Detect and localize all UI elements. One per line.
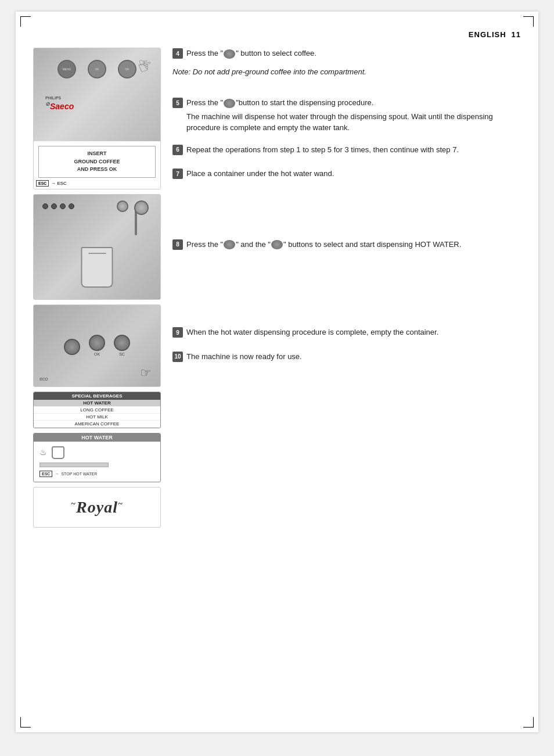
- step-10-line: 10 The machine is now ready for use.: [172, 351, 521, 363]
- water-level-indicator: [39, 463, 109, 467]
- royal-logo: ~Royal~: [71, 498, 123, 517]
- stop-hot-water-label: STOP HOT WATER: [61, 472, 97, 476]
- dial-row: [42, 203, 74, 209]
- machine-top-image: MENU OK OK: [34, 48, 160, 141]
- hot-water-header: HOT WATER: [34, 433, 160, 442]
- esc-label: ESC: [57, 181, 66, 186]
- esc-arrow-icon: →: [51, 181, 55, 186]
- ok-button-icon: [224, 49, 235, 59]
- ok-button-top[interactable]: OK: [88, 60, 106, 78]
- menu-item-long-coffee[interactable]: LONG COFFEE: [34, 407, 160, 414]
- step-8-num: 8: [172, 239, 183, 250]
- step-10-block: 10 The machine is now ready for use.: [172, 351, 521, 365]
- steam-icon: ♨: [39, 446, 154, 459]
- dial-4: [69, 203, 74, 209]
- right-btn-group: SC: [114, 335, 130, 356]
- saeco-brand: ⊘Saeco: [45, 101, 74, 111]
- cup-icon: [52, 446, 64, 459]
- hot-water-display-panel: HOT WATER ♨ ESC → STOP HOT WATER: [33, 433, 161, 482]
- machine-btn-group: OK SC: [64, 335, 130, 356]
- btn-right-label: SC: [119, 352, 125, 356]
- step-6-num: 6: [172, 145, 183, 155]
- esc-row: ESC → ESC: [36, 180, 158, 187]
- mid-btn-group: OK: [89, 335, 105, 356]
- page-header: ENGLISH 11: [33, 29, 521, 42]
- ok-button-icon-8b: [271, 240, 283, 249]
- select-button[interactable]: OK: [118, 60, 136, 78]
- step-6-line: 6 Repeat the operations from step 1 to s…: [172, 144, 521, 156]
- menu-item-hot-water[interactable]: HOT WATER: [34, 400, 160, 407]
- step-6-block: 6 Repeat the operations from step 1 to s…: [172, 144, 521, 158]
- step-4-text: Press the "" button to select coffee.: [186, 48, 316, 59]
- step-8-block: 8 Press the "" and the "" buttons to sel…: [172, 239, 521, 253]
- insert-line3: AND PRESS OK: [45, 166, 149, 174]
- round-btn-mid[interactable]: [89, 335, 105, 351]
- philips-brand: PHILIPS: [45, 96, 61, 100]
- round-btn-left[interactable]: [64, 339, 80, 355]
- jug-rim: [88, 253, 106, 254]
- step-7-text: Place a container under the hot water wa…: [186, 168, 334, 180]
- menu-item-hot-milk[interactable]: HOT MILK: [34, 414, 160, 421]
- page: ENGLISH 11 MENU: [16, 12, 538, 732]
- machine-right-inner: OK SC ☞ eco: [34, 305, 160, 386]
- corner-mark-bl: [20, 717, 31, 728]
- step-9-num: 9: [172, 327, 183, 338]
- page-number: 11: [512, 30, 521, 39]
- step-4-block: 4 Press the "" button to select coffee. …: [172, 48, 521, 87]
- round-btn-right[interactable]: [114, 335, 130, 351]
- insert-text-box: INSERT GROUND COFFEE AND PRESS OK: [38, 146, 156, 178]
- step-7-num: 7: [172, 169, 183, 179]
- dial-2: [51, 203, 57, 209]
- step-5-text: Press the ""button to start the dispensi…: [186, 97, 373, 109]
- insert-line1: INSERT: [45, 150, 149, 158]
- ok-label: OK: [95, 67, 99, 71]
- dial-3: [60, 203, 66, 209]
- corner-mark-tl: [20, 16, 31, 27]
- step-4-num: 4: [172, 48, 183, 59]
- machine-top-inner: MENU OK OK: [34, 48, 160, 141]
- machine-top-panel: MENU OK OK: [33, 48, 161, 189]
- step-7-line: 7 Place a container under the hot water …: [172, 168, 521, 180]
- dial-1: [42, 203, 48, 209]
- ok-button-icon-5: [224, 99, 235, 108]
- finger-pointer-icon: ☞: [135, 55, 156, 78]
- step-9-text: When the hot water dispensing procedure …: [186, 327, 438, 338]
- menu-item-american-coffee[interactable]: AMERICAN COFFEE: [34, 421, 160, 428]
- step-5-block: 5 Press the ""button to start the dispen…: [172, 97, 521, 134]
- btn-mid-label: OK: [94, 352, 100, 356]
- machine-right-image: OK SC ☞ eco: [34, 305, 160, 386]
- royal-logo-panel: ~Royal~: [33, 487, 161, 528]
- step-8-line: 8 Press the "" and the "" buttons to sel…: [172, 239, 521, 250]
- menu-button[interactable]: MENU: [57, 60, 76, 78]
- step-9-block: 9 When the hot water dispensing procedur…: [172, 327, 521, 341]
- machine-mid-inner: [34, 195, 160, 299]
- corner-mark-tr: [523, 16, 534, 27]
- milk-jug: [81, 247, 113, 288]
- royal-text: ~Royal~: [71, 498, 123, 516]
- step-5-continuation: The machine will dispense hot water thro…: [186, 111, 521, 134]
- corner-mark-br: [523, 717, 534, 728]
- insert-coffee-panel: INSERT GROUND COFFEE AND PRESS OK ESC → …: [34, 141, 160, 189]
- step-6-text: Repeat the operations from step 1 to ste…: [186, 144, 459, 156]
- page-language: ENGLISH: [469, 30, 506, 39]
- step-10-num: 10: [172, 352, 183, 362]
- left-column: MENU OK OK: [33, 48, 161, 528]
- step-5-line: 5 Press the ""button to start the dispen…: [172, 97, 521, 109]
- machine-button-2: [117, 200, 128, 212]
- main-layout: MENU OK OK: [33, 48, 521, 528]
- step-4-line: 4 Press the "" button to select coffee.: [172, 48, 521, 59]
- esc-stop-box: ESC: [39, 471, 52, 477]
- machine-mid-panel: [33, 194, 161, 300]
- left-btn-group: [64, 339, 80, 356]
- step-10-text: The machine is now ready for use.: [186, 351, 302, 363]
- hot-water-content: ♨ ESC → STOP HOT WATER: [34, 442, 160, 482]
- spacer-7-8: [172, 192, 521, 239]
- ok-button-icon-8a: [224, 240, 235, 249]
- right-column: 4 Press the "" button to select coffee. …: [172, 48, 521, 528]
- machine-buttons-panel: OK SC ☞ eco: [33, 304, 161, 387]
- machine-mid-image: [34, 195, 160, 299]
- step-5-num: 5: [172, 98, 183, 108]
- step-7-block: 7 Place a container under the hot water …: [172, 168, 521, 182]
- machine-knob: [134, 200, 149, 215]
- esc-box: ESC: [36, 180, 49, 187]
